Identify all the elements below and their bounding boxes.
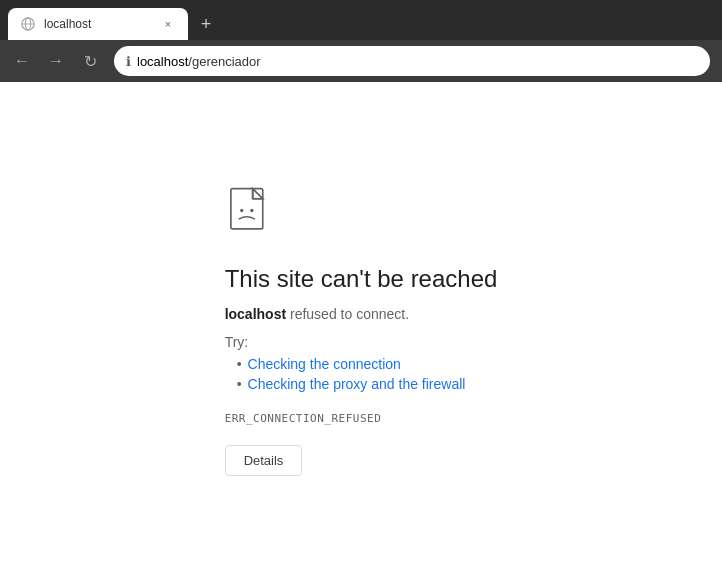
page-content: This site can't be reached localhost ref… [0, 82, 722, 581]
suggestion-item-connection[interactable]: Checking the connection [237, 356, 466, 372]
address-path: /gerenciador [188, 54, 260, 69]
error-suggestions-list: Checking the connection Checking the pro… [225, 356, 466, 396]
toolbar: ← → ↻ ℹ localhost/gerenciador [0, 40, 722, 82]
details-button[interactable]: Details [225, 445, 303, 476]
reload-button[interactable]: ↻ [76, 47, 104, 75]
address-info-icon: ℹ [126, 54, 131, 69]
tab-bar: localhost × + [0, 0, 722, 40]
svg-point-6 [240, 209, 243, 212]
new-tab-button[interactable]: + [192, 10, 220, 38]
try-label: Try: [225, 334, 249, 350]
active-tab[interactable]: localhost × [8, 8, 188, 40]
svg-point-7 [250, 209, 253, 212]
tab-close-button[interactable]: × [160, 16, 176, 32]
sad-face-document-icon [225, 187, 277, 243]
error-host: localhost [225, 306, 286, 322]
tab-favicon [20, 16, 36, 32]
tab-title: localhost [44, 17, 152, 31]
forward-button[interactable]: → [42, 47, 70, 75]
error-description: localhost refused to connect. [225, 306, 409, 322]
error-code: ERR_CONNECTION_REFUSED [225, 412, 382, 425]
error-desc-rest: refused to connect. [286, 306, 409, 322]
error-container: This site can't be reached localhost ref… [205, 167, 518, 496]
error-title: This site can't be reached [225, 263, 498, 294]
suggestion-item-proxy[interactable]: Checking the proxy and the firewall [237, 376, 466, 392]
address-bar[interactable]: ℹ localhost/gerenciador [114, 46, 710, 76]
browser-chrome: localhost × + ← → ↻ ℹ localhost/gerencia… [0, 0, 722, 82]
address-protocol: localhost [137, 54, 188, 69]
back-button[interactable]: ← [8, 47, 36, 75]
address-text: localhost/gerenciador [137, 54, 261, 69]
